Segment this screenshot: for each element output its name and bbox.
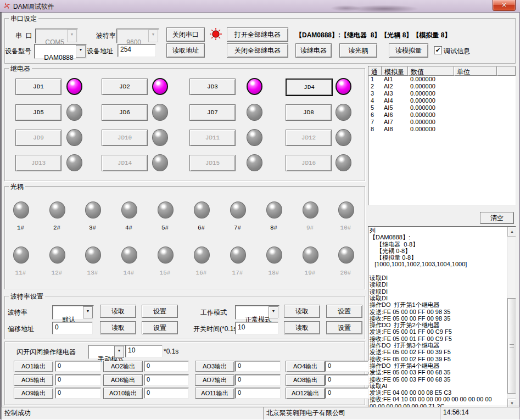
opto-led-16 [194,247,210,264]
log-scrollbar[interactable]: ▲ ▼ [507,227,516,408]
model-combo[interactable]: DAM0888 ▼ [34,44,87,59]
read-relay-button[interactable]: 读继电器 [295,43,332,58]
ao-button-AO6[interactable]: AO6输出 [103,374,143,386]
relay-led-jd1 [66,78,82,95]
baud-read-button[interactable]: 读取 [100,305,136,318]
close-port-button[interactable]: 关闭串口 [166,27,205,42]
flash-mode-combo[interactable]: 手动模式 ▼ [88,345,125,359]
ao-input-AO1[interactable]: 0 [55,361,101,372]
baud-set-combo[interactable]: 默认 ▼ [52,305,94,320]
analog-col-header[interactable]: 数值 [408,66,454,76]
relay-led-jd4 [336,78,351,95]
switch-time-set-button[interactable]: 设置 [326,321,362,334]
opto-led-18 [266,247,282,264]
title-bar[interactable]: DAM调试软件 ✕ [0,0,520,13]
read-opto-button[interactable]: 读光耦 [339,43,377,58]
close-button[interactable]: ✕ [493,0,516,11]
chevron-down-icon[interactable]: ▼ [76,45,86,58]
relay-button-jd3[interactable]: JD3 [189,79,236,95]
statusbar-divider [0,406,520,406]
relay-button-jd2[interactable]: JD2 [102,79,148,95]
opto-led-10 [338,201,354,219]
switch-time-label: 开关时间(*0.1s) [193,324,239,334]
ao-button-AO11[interactable]: AO11输出 [195,388,234,399]
ao-button-AO9[interactable]: AO9输出 [14,388,53,399]
port-combo: COM5 ▼ [35,29,78,43]
analog-col-header[interactable]: 单位 [454,66,497,76]
table-row[interactable]: 7AI70.000000 [368,119,516,126]
relay-button-jd9: JD9 [15,130,61,146]
window-frame-left [0,12,2,419]
ao-button-AO1[interactable]: AO1输出 [14,361,53,372]
ao-input-AO12[interactable]: 0 [325,388,368,399]
ao-input-AO8[interactable]: 0 [325,374,368,385]
table-row[interactable]: 6AI60.000000 [368,111,516,119]
chevron-down-icon[interactable]: ▼ [269,306,278,318]
switch-time-input[interactable]: 10 [235,322,278,334]
ao-input-AO9[interactable]: 0 [55,388,101,399]
table-row[interactable]: 8AI80.000000 [368,126,516,133]
relay-button-jd16: JD16 [286,155,332,171]
ao-button-AO8[interactable]: AO8输出 [286,374,325,386]
clear-log-button[interactable]: 清空 [480,212,514,224]
ao-input-AO6[interactable]: 0 [144,374,189,385]
offset-read-button[interactable]: 读取 [100,321,136,334]
chevron-down-icon[interactable]: ▼ [114,346,124,358]
relay-button-jd6[interactable]: JD6 [102,104,148,121]
analog-col-header[interactable]: 通 [368,66,382,76]
work-mode-set-button[interactable]: 设置 [326,305,362,318]
read-analog-button[interactable]: 读模拟量 [389,43,428,58]
log-output[interactable]: 列 【DAM0888】: 【继电器 0-8】 【光耦 0-8】 【模拟量 0-8… [368,226,516,410]
relay-led-jd3 [247,78,262,95]
ao-button-AO7[interactable]: AO7输出 [195,374,234,386]
relay-button-jd4[interactable]: JD4 [286,79,333,96]
debug-info-checkbox[interactable]: ✔ [434,46,442,54]
ao-button-AO10[interactable]: AO10输出 [103,388,143,399]
close-all-relays-button[interactable]: 关闭全部继电器 [227,43,288,58]
chevron-down-icon[interactable]: ▼ [83,306,93,318]
scrollbar-thumb[interactable] [507,298,516,394]
ao-input-AO10[interactable]: 0 [144,388,189,399]
table-row[interactable]: 4AI40.000000 [368,97,516,104]
ao-button-AO3[interactable]: AO3输出 [195,361,234,372]
ao-input-AO11[interactable]: 0 [235,388,281,399]
switch-time-read-button[interactable]: 读取 [284,321,320,334]
flash-time-input[interactable]: 10 [125,345,163,357]
relay-button-jd10: JD10 [102,130,148,146]
relay-led-jd6 [152,104,168,121]
baud-set-button[interactable]: 设置 [142,305,178,318]
relay-button-jd8[interactable]: JD8 [286,104,332,121]
ao-button-AO2[interactable]: AO2输出 [103,361,143,372]
relay-button-jd5[interactable]: JD5 [15,104,61,121]
analog-col-header[interactable] [497,66,516,76]
analog-col-header[interactable]: 模拟量 [382,66,408,76]
ao-button-AO12[interactable]: AO12输出 [286,388,325,399]
ao-input-AO3[interactable]: 0 [235,361,281,372]
ao-input-AO4[interactable]: 0 [325,361,368,372]
opto-label-2: 2# [49,225,64,231]
opto-label-11: 11# [13,270,28,276]
table-row[interactable]: 5AI50.000000 [368,104,516,111]
relay-button-jd12: JD12 [286,130,332,146]
ao-input-AO2[interactable]: 0 [144,361,189,372]
offset-addr-input[interactable]: 0 [52,322,93,334]
relay-button-jd7[interactable]: JD7 [189,104,236,121]
offset-set-button[interactable]: 设置 [142,321,178,334]
analog-table[interactable]: 通模拟量数值单位 1AI10.0000002AI20.0000003AI30.0… [368,66,516,205]
table-row[interactable]: 3AI30.000000 [368,90,516,97]
relay-button-jd1[interactable]: JD1 [15,79,61,95]
relay-led-jd11 [247,129,262,146]
device-addr-input[interactable]: 254 [118,44,156,57]
work-mode-read-button[interactable]: 读取 [284,305,320,318]
ao-button-AO4[interactable]: AO4输出 [286,361,325,372]
ao-button-AO5[interactable]: AO5输出 [14,374,53,386]
opto-label-20: 20# [338,270,353,276]
open-all-relays-button[interactable]: 打开全部继电器 [227,27,288,42]
ao-input-AO5[interactable]: 0 [55,374,101,385]
table-row[interactable]: 2AI20.000000 [368,83,516,90]
read-addr-button[interactable]: 读取地址 [166,43,205,58]
work-mode-combo[interactable]: 正常模式 ▼ [235,305,279,320]
table-row[interactable]: 1AI10.000000 [368,76,516,83]
ao-input-AO7[interactable]: 0 [235,374,281,385]
scroll-up-icon[interactable]: ▲ [507,227,516,237]
